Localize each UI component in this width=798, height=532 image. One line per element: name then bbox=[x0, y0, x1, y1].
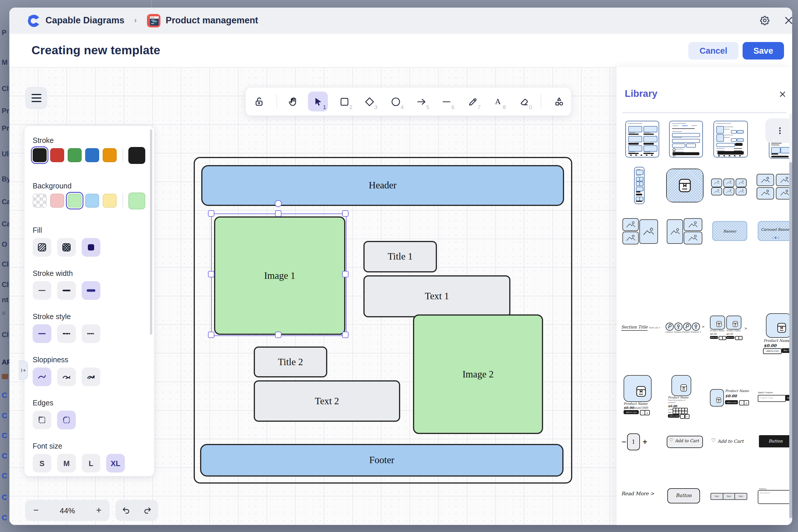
sloppiness-cartoonist[interactable] bbox=[82, 367, 100, 386]
draw-tool[interactable]: 7 bbox=[462, 92, 482, 111]
undo-icon[interactable] bbox=[121, 506, 131, 515]
library-thumb-product-card-detail[interactable]: Product NameShort Description of product… bbox=[668, 375, 697, 416]
selection-handle[interactable] bbox=[342, 331, 348, 338]
background-color-current-swatch[interactable] bbox=[128, 192, 145, 209]
library-thumb-apply-coupon[interactable]: Apply CouponCoupon CodeApply bbox=[758, 392, 789, 405]
tab[interactable]: Tab1 bbox=[710, 493, 723, 500]
stroke-style-dashed[interactable] bbox=[57, 324, 76, 343]
breadcrumb-doc-name[interactable]: Product management bbox=[166, 15, 258, 26]
stroke-color-swatch[interactable] bbox=[85, 148, 99, 162]
zoom-level[interactable]: 44% bbox=[60, 506, 75, 515]
stroke-style-solid[interactable] bbox=[33, 324, 51, 343]
selection-handle[interactable] bbox=[208, 271, 214, 278]
library-thumb-phone-grid[interactable] bbox=[625, 121, 659, 157]
stroke-style-dotted[interactable] bbox=[82, 324, 100, 343]
library-thumb-section-title[interactable]: Section TitleView all > bbox=[621, 324, 659, 334]
fill-crosshatch[interactable] bbox=[57, 238, 76, 256]
wireframe-image2[interactable]: Image 2 bbox=[413, 315, 543, 434]
font-size-m[interactable]: M bbox=[57, 454, 76, 473]
library-thumb-read-more[interactable]: Read More > bbox=[621, 491, 655, 500]
selection-handle[interactable] bbox=[275, 331, 282, 338]
settings-gear-icon[interactable] bbox=[760, 15, 770, 26]
properties-scrollbar[interactable] bbox=[150, 130, 152, 335]
eraser-tool[interactable]: 0 bbox=[514, 92, 534, 111]
zoom-out-button[interactable]: − bbox=[33, 506, 39, 515]
library-thumb-product-card-large[interactable]: Product Name$0.00Add to CartBuy Now bbox=[762, 313, 789, 353]
arrow-tool[interactable]: 5 bbox=[411, 92, 431, 111]
library-thumb-image-grid-2x2[interactable] bbox=[757, 174, 789, 198]
library-thumb-product-image[interactable] bbox=[666, 169, 703, 203]
redo-icon[interactable] bbox=[143, 506, 152, 515]
edges-sharp[interactable] bbox=[33, 411, 51, 429]
wireframe-text1[interactable]: Text 1 bbox=[363, 276, 510, 317]
text-tool[interactable]: A8 bbox=[488, 92, 508, 111]
library-close-icon[interactable] bbox=[779, 90, 786, 98]
stroke-color-swatch[interactable] bbox=[33, 148, 47, 162]
selection-handle[interactable] bbox=[342, 210, 348, 217]
rotation-handle[interactable] bbox=[275, 200, 282, 207]
library-thumb-phone-cart[interactable] bbox=[714, 121, 748, 157]
stroke-color-swatch[interactable] bbox=[50, 148, 64, 162]
library-thumb-collage-a[interactable] bbox=[622, 218, 658, 244]
library-thumb-product-card-sale[interactable]: Product Name$0.00$0.005%offAdd to Cart♡ı… bbox=[624, 375, 651, 415]
tab[interactable]: Tab3 bbox=[735, 493, 747, 500]
library-thumb-add-to-cart-text[interactable]: ♡Add to Cart bbox=[711, 436, 746, 447]
rectangle-tool[interactable]: 2 bbox=[334, 92, 354, 111]
selection-box[interactable] bbox=[211, 213, 346, 336]
background-color-swatch[interactable] bbox=[85, 194, 99, 208]
selection-handle[interactable] bbox=[208, 210, 214, 217]
save-button[interactable]: Save bbox=[743, 42, 784, 59]
selection-handle[interactable] bbox=[275, 210, 282, 217]
font-size-s[interactable]: S bbox=[33, 454, 51, 473]
library-thumb-phone-strip[interactable] bbox=[634, 167, 645, 204]
library-thumb-button-dark[interactable]: Button bbox=[759, 435, 789, 448]
library-thumb-image-grid-2x3[interactable] bbox=[711, 178, 746, 194]
zoom-in-button[interactable]: + bbox=[96, 506, 101, 515]
library-thumb-banner[interactable]: Banner bbox=[712, 221, 747, 241]
cancel-button[interactable]: Cancel bbox=[688, 42, 739, 59]
font-size-l[interactable]: L bbox=[82, 454, 100, 473]
stroke-color-current-swatch[interactable] bbox=[128, 147, 145, 164]
library-more-button[interactable] bbox=[765, 118, 789, 143]
hand-tool[interactable] bbox=[283, 92, 303, 111]
background-color-swatch[interactable] bbox=[68, 194, 82, 208]
stroke-width-bold[interactable] bbox=[57, 281, 76, 300]
library-thumb-tabs[interactable]: Tab1Tab2Tab3 bbox=[710, 493, 745, 499]
menu-hamburger-button[interactable] bbox=[25, 87, 47, 109]
library-thumb-collage-b[interactable] bbox=[667, 218, 702, 244]
library-scrollbar-thumb[interactable] bbox=[789, 162, 792, 518]
wireframe-title1[interactable]: Title 1 bbox=[363, 241, 437, 272]
line-tool[interactable]: 6 bbox=[436, 92, 456, 111]
library-thumb-categories[interactable]: Category 1Category 2Category 3Category 4… bbox=[666, 321, 704, 340]
library-thumb-quantity-stepper[interactable]: −1+ bbox=[621, 432, 653, 453]
stroke-width-extrabold[interactable] bbox=[82, 281, 100, 300]
library-thumb-phone-form[interactable] bbox=[669, 121, 703, 157]
sloppiness-artist[interactable] bbox=[57, 367, 76, 386]
wireframe-title2[interactable]: Title 2 bbox=[254, 346, 327, 377]
sloppiness-architect[interactable] bbox=[33, 367, 51, 386]
stroke-width-thin[interactable] bbox=[33, 281, 51, 300]
background-color-swatch[interactable] bbox=[50, 194, 64, 208]
background-color-swatch[interactable] bbox=[103, 194, 117, 208]
fill-solid[interactable] bbox=[82, 238, 100, 256]
close-icon[interactable] bbox=[783, 15, 792, 26]
sidebar-expand-tab[interactable] bbox=[19, 361, 28, 380]
library-thumb-carousel-banner[interactable]: Carousel Banner bbox=[758, 221, 789, 241]
library-thumb-product-pair[interactable]: Product Name$0.00Add to Cart♡ılProduct N… bbox=[710, 316, 746, 346]
stroke-color-swatch[interactable] bbox=[68, 148, 82, 162]
breadcrumb-app-name[interactable]: Capable Diagrams bbox=[45, 15, 125, 26]
wireframe-footer[interactable]: Footer bbox=[200, 444, 564, 477]
library-thumb-product-row[interactable]: Product Name$0.00Add to Cart♡ıl bbox=[710, 388, 746, 409]
font-size-xl[interactable]: XL bbox=[106, 454, 125, 473]
selection-handle[interactable] bbox=[342, 271, 348, 278]
library-thumb-button-outline[interactable]: Button bbox=[667, 488, 700, 504]
selection-handle[interactable] bbox=[208, 331, 214, 338]
ellipse-tool[interactable]: 4 bbox=[385, 92, 405, 111]
stroke-color-swatch[interactable] bbox=[103, 148, 117, 162]
edges-round[interactable] bbox=[57, 411, 76, 429]
wireframe-text2[interactable]: Text 2 bbox=[254, 380, 400, 422]
library-thumb-textarea[interactable]: TextAreaPlaceholder bbox=[758, 488, 789, 504]
library-thumb-add-to-cart-outline[interactable]: ♡Add to Cart bbox=[667, 436, 703, 448]
background-color-swatch[interactable] bbox=[33, 194, 47, 208]
lock-tool[interactable] bbox=[249, 92, 269, 111]
